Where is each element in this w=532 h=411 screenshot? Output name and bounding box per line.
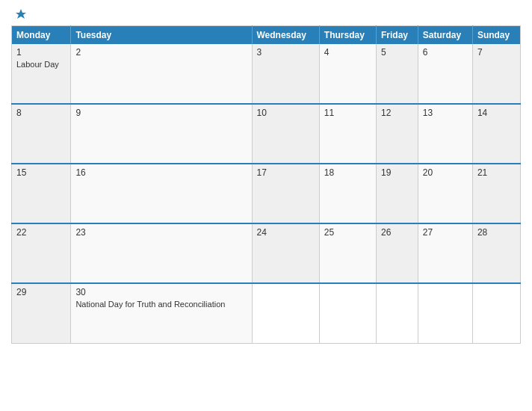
calendar-cell: 6 bbox=[418, 44, 472, 104]
calendar-cell: 1Labour Day bbox=[12, 44, 71, 104]
col-sunday: Sunday bbox=[472, 26, 520, 45]
day-number: 28 bbox=[477, 227, 516, 238]
calendar-cell: 17 bbox=[252, 164, 319, 223]
calendar-cell bbox=[377, 283, 418, 343]
calendar-header bbox=[11, 7, 521, 19]
day-number: 4 bbox=[324, 47, 371, 58]
calendar-cell: 3 bbox=[252, 44, 319, 104]
calendar-cell: 30National Day for Truth and Reconciliat… bbox=[71, 283, 252, 343]
calendar-cell: 4 bbox=[319, 44, 376, 104]
calendar-cell: 15 bbox=[12, 164, 71, 223]
calendar-cell: 23 bbox=[71, 223, 252, 283]
calendar-cell: 27 bbox=[418, 223, 472, 283]
calendar-cell: 5 bbox=[377, 44, 418, 104]
day-number: 24 bbox=[257, 227, 315, 238]
holiday-label: National Day for Truth and Reconciliatio… bbox=[75, 299, 247, 309]
day-number: 6 bbox=[423, 47, 468, 58]
calendar-cell: 25 bbox=[319, 223, 376, 283]
calendar-page: Monday Tuesday Wednesday Thursday Friday… bbox=[0, 0, 532, 411]
day-number: 10 bbox=[257, 108, 315, 118]
day-number: 29 bbox=[16, 287, 66, 297]
day-number: 19 bbox=[381, 167, 413, 178]
day-number: 11 bbox=[324, 108, 371, 118]
day-number: 16 bbox=[75, 167, 247, 178]
calendar-cell: 10 bbox=[252, 104, 319, 164]
col-saturday: Saturday bbox=[418, 26, 472, 45]
col-wednesday: Wednesday bbox=[252, 26, 319, 45]
day-number: 20 bbox=[423, 167, 468, 178]
calendar-cell: 21 bbox=[472, 164, 520, 223]
calendar-cell: 12 bbox=[377, 104, 418, 164]
table-row: 22232425262728 bbox=[12, 223, 521, 283]
calendar-cell: 7 bbox=[472, 44, 520, 104]
day-number: 13 bbox=[423, 108, 468, 118]
calendar-cell: 22 bbox=[12, 223, 71, 283]
table-row: 2930National Day for Truth and Reconcili… bbox=[12, 283, 521, 343]
day-number: 1 bbox=[16, 47, 66, 58]
day-number: 18 bbox=[324, 167, 371, 178]
day-number: 25 bbox=[324, 227, 371, 238]
day-number: 3 bbox=[257, 47, 315, 58]
day-number: 7 bbox=[477, 47, 516, 58]
table-row: 1Labour Day234567 bbox=[12, 44, 521, 104]
day-number: 22 bbox=[16, 227, 66, 238]
calendar-table: Monday Tuesday Wednesday Thursday Friday… bbox=[11, 25, 521, 344]
day-number: 17 bbox=[257, 167, 315, 178]
holiday-label: Labour Day bbox=[16, 59, 66, 69]
calendar-cell: 19 bbox=[377, 164, 418, 223]
calendar-cell bbox=[418, 283, 472, 343]
day-number: 21 bbox=[477, 167, 516, 178]
day-number: 5 bbox=[381, 47, 413, 58]
logo-flag-icon bbox=[13, 7, 29, 19]
day-number: 26 bbox=[381, 227, 413, 238]
table-row: 15161718192021 bbox=[12, 164, 521, 223]
calendar-cell: 16 bbox=[71, 164, 252, 223]
day-number: 8 bbox=[16, 108, 66, 118]
day-number: 23 bbox=[75, 227, 247, 238]
col-friday: Friday bbox=[377, 26, 418, 45]
calendar-cell: 28 bbox=[472, 223, 520, 283]
day-number: 30 bbox=[75, 287, 247, 297]
day-number: 15 bbox=[16, 167, 66, 178]
day-number: 27 bbox=[423, 227, 468, 238]
col-thursday: Thursday bbox=[319, 26, 376, 45]
day-number: 14 bbox=[477, 108, 516, 118]
col-tuesday: Tuesday bbox=[71, 26, 252, 45]
calendar-cell: 20 bbox=[418, 164, 472, 223]
day-number: 9 bbox=[75, 108, 247, 118]
calendar-cell: 9 bbox=[71, 104, 252, 164]
calendar-cell: 13 bbox=[418, 104, 472, 164]
table-row: 891011121314 bbox=[12, 104, 521, 164]
calendar-cell: 26 bbox=[377, 223, 418, 283]
calendar-cell bbox=[319, 283, 376, 343]
calendar-cell: 8 bbox=[12, 104, 71, 164]
logo bbox=[11, 7, 29, 19]
calendar-cell: 2 bbox=[71, 44, 252, 104]
calendar-cell bbox=[252, 283, 319, 343]
day-number: 12 bbox=[381, 108, 413, 118]
calendar-cell: 24 bbox=[252, 223, 319, 283]
col-monday: Monday bbox=[12, 26, 71, 45]
calendar-cell bbox=[472, 283, 520, 343]
day-number: 2 bbox=[75, 47, 247, 58]
calendar-cell: 11 bbox=[319, 104, 376, 164]
calendar-cell: 14 bbox=[472, 104, 520, 164]
calendar-cell: 29 bbox=[12, 283, 71, 343]
days-header-row: Monday Tuesday Wednesday Thursday Friday… bbox=[12, 26, 521, 45]
calendar-cell: 18 bbox=[319, 164, 376, 223]
